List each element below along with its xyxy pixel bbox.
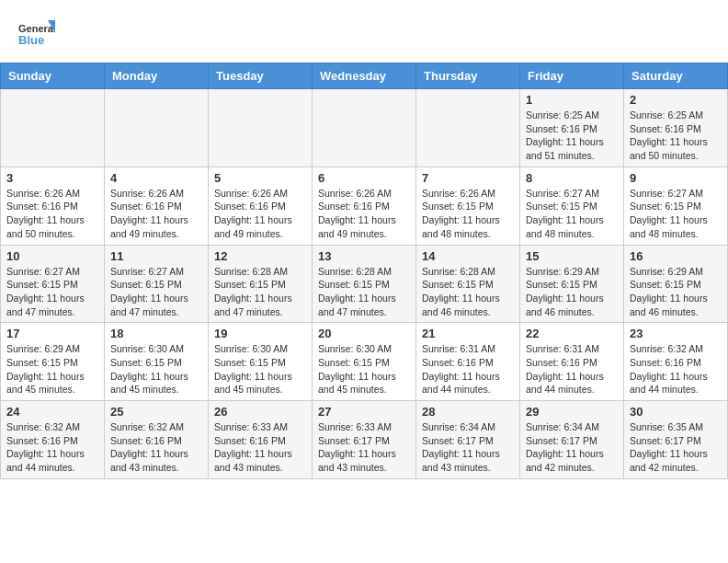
day-info: Sunrise: 6:26 AM Sunset: 6:16 PM Dayligh… (214, 187, 306, 241)
day-number: 24 (6, 405, 98, 419)
page-header: General Blue (0, 0, 728, 63)
day-info: Sunrise: 6:27 AM Sunset: 6:15 PM Dayligh… (526, 187, 618, 241)
calendar-day-cell (105, 89, 209, 167)
weekday-header-friday: Friday (520, 63, 624, 89)
calendar-day-cell (209, 89, 313, 167)
calendar-week-row: 17Sunrise: 6:29 AM Sunset: 6:15 PM Dayli… (1, 323, 728, 401)
calendar-day-cell: 9Sunrise: 6:27 AM Sunset: 6:15 PM Daylig… (624, 167, 728, 245)
day-number: 5 (214, 171, 306, 185)
calendar-day-cell: 1Sunrise: 6:25 AM Sunset: 6:16 PM Daylig… (520, 89, 624, 167)
day-number: 14 (422, 249, 514, 263)
calendar-day-cell: 15Sunrise: 6:29 AM Sunset: 6:15 PM Dayli… (520, 245, 624, 323)
day-number: 30 (630, 405, 722, 419)
day-info: Sunrise: 6:31 AM Sunset: 6:16 PM Dayligh… (422, 342, 514, 396)
day-number: 1 (526, 93, 618, 107)
day-number: 17 (6, 327, 98, 340)
calendar-day-cell: 4Sunrise: 6:26 AM Sunset: 6:16 PM Daylig… (105, 167, 209, 245)
day-number: 26 (214, 405, 306, 419)
day-number: 3 (6, 171, 98, 185)
day-number: 27 (318, 405, 410, 419)
day-info: Sunrise: 6:35 AM Sunset: 6:17 PM Dayligh… (630, 420, 722, 475)
calendar-day-cell: 29Sunrise: 6:34 AM Sunset: 6:17 PM Dayli… (520, 401, 624, 479)
calendar-day-cell: 12Sunrise: 6:28 AM Sunset: 6:15 PM Dayli… (209, 245, 313, 323)
day-number: 15 (526, 249, 618, 263)
calendar-day-cell: 30Sunrise: 6:35 AM Sunset: 6:17 PM Dayli… (624, 401, 728, 479)
day-info: Sunrise: 6:32 AM Sunset: 6:16 PM Dayligh… (6, 420, 98, 475)
day-info: Sunrise: 6:26 AM Sunset: 6:16 PM Dayligh… (318, 187, 410, 241)
calendar-day-cell (313, 89, 416, 167)
logo-icon: General Blue (18, 17, 55, 53)
calendar-day-cell: 20Sunrise: 6:30 AM Sunset: 6:15 PM Dayli… (313, 323, 416, 401)
day-info: Sunrise: 6:34 AM Sunset: 6:17 PM Dayligh… (526, 420, 618, 475)
calendar-week-row: 1Sunrise: 6:25 AM Sunset: 6:16 PM Daylig… (1, 89, 728, 167)
day-number: 7 (422, 171, 514, 185)
weekday-header-saturday: Saturday (624, 63, 728, 89)
day-number: 10 (6, 249, 98, 263)
day-info: Sunrise: 6:29 AM Sunset: 6:15 PM Dayligh… (630, 265, 722, 319)
day-info: Sunrise: 6:29 AM Sunset: 6:15 PM Dayligh… (6, 342, 98, 396)
day-number: 16 (630, 249, 722, 263)
calendar-day-cell: 2Sunrise: 6:25 AM Sunset: 6:16 PM Daylig… (624, 89, 728, 167)
day-number: 2 (630, 93, 722, 107)
day-number: 13 (318, 249, 410, 263)
weekday-header-thursday: Thursday (416, 63, 520, 89)
day-info: Sunrise: 6:33 AM Sunset: 6:17 PM Dayligh… (318, 420, 410, 475)
calendar-day-cell: 21Sunrise: 6:31 AM Sunset: 6:16 PM Dayli… (416, 323, 520, 401)
day-info: Sunrise: 6:30 AM Sunset: 6:15 PM Dayligh… (110, 342, 202, 396)
day-info: Sunrise: 6:26 AM Sunset: 6:15 PM Dayligh… (422, 187, 514, 241)
day-info: Sunrise: 6:28 AM Sunset: 6:15 PM Dayligh… (214, 265, 306, 319)
logo: General Blue (18, 17, 55, 53)
calendar-day-cell (416, 89, 520, 167)
calendar-day-cell: 17Sunrise: 6:29 AM Sunset: 6:15 PM Dayli… (1, 323, 105, 401)
calendar-day-cell: 3Sunrise: 6:26 AM Sunset: 6:16 PM Daylig… (1, 167, 105, 245)
calendar-day-cell: 22Sunrise: 6:31 AM Sunset: 6:16 PM Dayli… (520, 323, 624, 401)
calendar-day-cell: 13Sunrise: 6:28 AM Sunset: 6:15 PM Dayli… (313, 245, 416, 323)
day-number: 12 (214, 249, 306, 263)
day-info: Sunrise: 6:26 AM Sunset: 6:16 PM Dayligh… (110, 187, 202, 241)
day-number: 4 (110, 171, 202, 185)
day-info: Sunrise: 6:27 AM Sunset: 6:15 PM Dayligh… (630, 187, 722, 241)
calendar-day-cell: 26Sunrise: 6:33 AM Sunset: 6:16 PM Dayli… (209, 401, 313, 479)
calendar-day-cell: 19Sunrise: 6:30 AM Sunset: 6:15 PM Dayli… (209, 323, 313, 401)
day-number: 25 (110, 405, 202, 419)
day-info: Sunrise: 6:29 AM Sunset: 6:15 PM Dayligh… (526, 265, 618, 319)
day-info: Sunrise: 6:30 AM Sunset: 6:15 PM Dayligh… (318, 342, 410, 396)
day-info: Sunrise: 6:32 AM Sunset: 6:16 PM Dayligh… (630, 342, 722, 396)
day-info: Sunrise: 6:30 AM Sunset: 6:15 PM Dayligh… (214, 342, 306, 396)
day-info: Sunrise: 6:26 AM Sunset: 6:16 PM Dayligh… (6, 187, 98, 241)
calendar-day-cell: 14Sunrise: 6:28 AM Sunset: 6:15 PM Dayli… (416, 245, 520, 323)
day-number: 9 (630, 171, 722, 185)
day-info: Sunrise: 6:27 AM Sunset: 6:15 PM Dayligh… (110, 265, 202, 319)
calendar-day-cell: 24Sunrise: 6:32 AM Sunset: 6:16 PM Dayli… (1, 401, 105, 479)
day-number: 18 (110, 327, 202, 340)
day-number: 21 (422, 327, 514, 340)
weekday-header-wednesday: Wednesday (313, 63, 416, 89)
day-number: 8 (526, 171, 618, 185)
day-info: Sunrise: 6:31 AM Sunset: 6:16 PM Dayligh… (526, 342, 618, 396)
weekday-header-sunday: Sunday (1, 63, 105, 89)
weekday-header-monday: Monday (105, 63, 209, 89)
day-info: Sunrise: 6:28 AM Sunset: 6:15 PM Dayligh… (422, 265, 514, 319)
calendar-day-cell: 16Sunrise: 6:29 AM Sunset: 6:15 PM Dayli… (624, 245, 728, 323)
calendar-week-row: 24Sunrise: 6:32 AM Sunset: 6:16 PM Dayli… (1, 401, 728, 479)
day-info: Sunrise: 6:32 AM Sunset: 6:16 PM Dayligh… (110, 420, 202, 475)
calendar-day-cell: 25Sunrise: 6:32 AM Sunset: 6:16 PM Dayli… (105, 401, 209, 479)
day-number: 28 (422, 405, 514, 419)
calendar-week-row: 10Sunrise: 6:27 AM Sunset: 6:15 PM Dayli… (1, 245, 728, 323)
day-number: 6 (318, 171, 410, 185)
day-number: 20 (318, 327, 410, 340)
day-info: Sunrise: 6:25 AM Sunset: 6:16 PM Dayligh… (526, 109, 618, 163)
calendar-week-row: 3Sunrise: 6:26 AM Sunset: 6:16 PM Daylig… (1, 167, 728, 245)
calendar-day-cell: 28Sunrise: 6:34 AM Sunset: 6:17 PM Dayli… (416, 401, 520, 479)
calendar-day-cell: 11Sunrise: 6:27 AM Sunset: 6:15 PM Dayli… (105, 245, 209, 323)
day-info: Sunrise: 6:25 AM Sunset: 6:16 PM Dayligh… (630, 109, 722, 163)
weekday-header-row: SundayMondayTuesdayWednesdayThursdayFrid… (1, 63, 728, 89)
calendar-day-cell: 27Sunrise: 6:33 AM Sunset: 6:17 PM Dayli… (313, 401, 416, 479)
day-info: Sunrise: 6:34 AM Sunset: 6:17 PM Dayligh… (422, 420, 514, 475)
day-number: 22 (526, 327, 618, 340)
calendar-day-cell: 5Sunrise: 6:26 AM Sunset: 6:16 PM Daylig… (209, 167, 313, 245)
day-number: 11 (110, 249, 202, 263)
calendar-day-cell (1, 89, 105, 167)
day-info: Sunrise: 6:33 AM Sunset: 6:16 PM Dayligh… (214, 420, 306, 475)
day-info: Sunrise: 6:27 AM Sunset: 6:15 PM Dayligh… (6, 265, 98, 319)
